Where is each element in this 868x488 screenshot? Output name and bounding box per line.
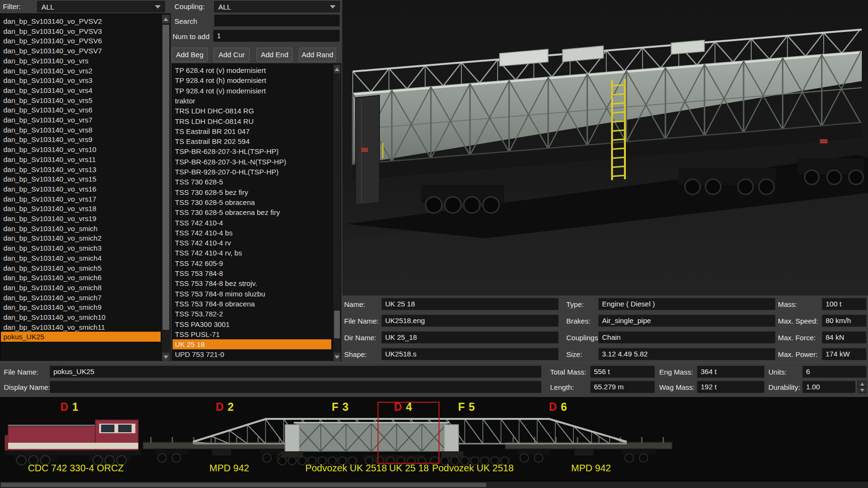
consist-list-item[interactable]: dan_bp_Sv103140_vo_vrs11 xyxy=(1,154,161,164)
unit-name[interactable]: UK 25 18 xyxy=(389,463,429,474)
3d-preview-viewport[interactable] xyxy=(342,0,868,295)
stock-list-item[interactable]: TS Eastrail BR 202 594 xyxy=(173,136,331,146)
unit-label[interactable]: F 3 xyxy=(332,401,349,414)
consist-list-item[interactable]: dan_bp_Sv103140_vo_vrs19 xyxy=(1,214,161,224)
consist-list-item[interactable]: dan_bp_Sv103140_vo_vrs18 xyxy=(1,203,161,214)
stock-list-item[interactable]: TSS 742 410-4 xyxy=(173,218,331,228)
property-field[interactable]: UK2518.s xyxy=(381,348,559,360)
scroll-down-icon[interactable] xyxy=(334,353,340,361)
stock-list-item[interactable]: TSS 753 784-8 obracena xyxy=(173,299,331,309)
consist-strip[interactable]: D 1CDC 742 330-4 ORCZD 2MPD 942F 3Podvoz… xyxy=(0,397,868,481)
consist-list-item[interactable]: dan_bp_Sv103140_vo_smich10 xyxy=(1,312,161,322)
eng-mass-field[interactable]: 364 t xyxy=(697,366,765,378)
consist-list-item[interactable]: dan_bp_Sv103140_vo_smich4 xyxy=(1,253,161,263)
unit-label[interactable]: D 1 xyxy=(61,401,79,414)
durability-spin-up-icon[interactable] xyxy=(858,381,867,387)
consist-list-item[interactable]: dan_bp_Sv103140_vo_vrs15 xyxy=(1,174,161,184)
consist-list-item[interactable]: dan_bp_Sv103140_vo_vrs16 xyxy=(1,184,161,194)
stock-list-scrollbar[interactable] xyxy=(333,64,341,361)
stock-list-item[interactable]: UK 25 18 xyxy=(173,339,331,349)
property-field[interactable]: UK2518.eng xyxy=(381,315,559,327)
total-mass-field[interactable]: 556 t xyxy=(590,366,655,378)
units-field[interactable]: 6 xyxy=(802,366,867,378)
add-rand-button[interactable]: Add Rand xyxy=(299,48,336,62)
stock-list-item[interactable]: UPD 753 721-0 xyxy=(173,349,331,359)
stock-list-item[interactable]: TSS 730 628-5 obracena bez firy xyxy=(173,207,331,217)
scroll-up-icon[interactable] xyxy=(334,65,340,73)
unit-label[interactable]: D 2 xyxy=(216,401,235,414)
consist-list-item[interactable]: pokus_UK25 xyxy=(1,332,161,342)
stock-list-item[interactable]: TP 628.4 rot (v) modernisiert xyxy=(173,65,331,75)
unit-name[interactable]: Podvozek UK 2518 xyxy=(305,463,387,474)
unit-label[interactable]: F 5 xyxy=(458,401,475,414)
property-field[interactable]: Air_single_pipe xyxy=(598,315,776,327)
filter-dropdown[interactable]: ALL xyxy=(37,1,165,12)
consist-list-item[interactable]: dan_bp_Sv103140_vo_vrs8 xyxy=(1,125,161,135)
consist-list-item[interactable]: dan_bp_Sv103140_vo_smich6 xyxy=(1,273,161,283)
consist-list-item[interactable]: dan_bp_Sv103140_vo_smich7 xyxy=(1,293,161,303)
consist-list-item[interactable]: dan_bp_Sv103140_vo_smich8 xyxy=(1,283,161,293)
scroll-up-icon[interactable] xyxy=(162,15,170,23)
property-field[interactable]: 174 kW xyxy=(822,348,867,360)
property-field[interactable]: UK 25 18 xyxy=(381,298,559,310)
coupling-dropdown[interactable]: ALL xyxy=(214,1,340,12)
wag-mass-field[interactable]: 192 t xyxy=(697,381,765,393)
consist-list-item[interactable]: dan_bp_Sv103140_vo_vrs4 xyxy=(1,85,161,95)
stock-list-item[interactable]: TSS PA300 3001 xyxy=(173,319,331,329)
consist-list-item[interactable]: dan_bp_Sv103140_vo_vrs17 xyxy=(1,194,161,204)
length-field[interactable]: 65.279 m xyxy=(590,381,655,393)
consist-scrollbar-handle[interactable] xyxy=(163,25,169,330)
stock-list-item[interactable]: TP 928.4 rot (v) modernisiert xyxy=(173,86,331,96)
unit-name[interactable]: MPD 942 xyxy=(571,463,611,474)
strip-scrollbar-handle[interactable] xyxy=(1,483,486,487)
stock-list-item[interactable]: TSP-BR-928-207-0-HL(TSP-HP) xyxy=(173,167,331,177)
consist-list-item[interactable]: dan_bp_Sv103140_vo_vrs13 xyxy=(1,164,161,174)
unit-name[interactable]: MPD 942 xyxy=(209,463,249,474)
consist-list-item[interactable]: dan_bp_Sv103140_vo_smich2 xyxy=(1,233,161,243)
scroll-down-icon[interactable] xyxy=(162,353,170,361)
property-field[interactable]: 80 km/h xyxy=(822,315,867,327)
stock-list-item[interactable]: TSP-BR-628-207-3-HL(TSP-HP) xyxy=(173,146,331,156)
consist-list-item[interactable]: dan_bp_Sv103140_vo_vrs9 xyxy=(1,134,161,144)
stock-list-item[interactable]: TP 928.4 rot (h) modernisiert xyxy=(173,75,331,85)
property-field[interactable]: 100 t xyxy=(822,298,867,310)
stock-scrollbar-handle[interactable] xyxy=(334,311,340,338)
stock-list-item[interactable]: TSS 753 784-8 mimo sluzbu xyxy=(173,289,331,299)
consist-list-item[interactable]: dan_bp_Sv103140_vo_smich9 xyxy=(1,302,161,312)
stock-list-item[interactable]: TSS PUSL-71 xyxy=(173,329,331,339)
stock-list-item[interactable]: TS Eastrail BR 201 047 xyxy=(173,126,331,136)
stock-list-item[interactable]: TSS 742 605-9 xyxy=(173,258,331,268)
add-end-button[interactable]: Add End xyxy=(256,48,293,62)
property-field[interactable]: UK 25_18 xyxy=(381,331,559,344)
consist-list-scrollbar[interactable] xyxy=(161,14,171,361)
consist-list-item[interactable]: dan_bp_Sv103140_vo_vrs10 xyxy=(1,144,161,154)
consist-list-item[interactable]: dan_bp_Sv103140_vo_smich5 xyxy=(1,263,161,273)
property-field[interactable]: Engine ( Diesel ) xyxy=(598,298,776,310)
stock-list-item[interactable]: TSS 753 784-8 bez strojv. xyxy=(173,278,331,288)
stock-list-item[interactable]: TRS LDH DHC-0814 RU xyxy=(173,116,331,126)
stock-list-item[interactable]: TRS LDH DHC-0814 RG xyxy=(173,106,331,116)
consist-list-item[interactable]: dan_bp_Sv103140_vo_smich11 xyxy=(1,322,161,332)
search-input[interactable] xyxy=(214,14,340,27)
consist-list-item[interactable]: dan_bp_Sv103140_vo_PVSV3 xyxy=(1,26,161,36)
stock-list-item[interactable]: TSS 730 628-5 xyxy=(173,177,331,187)
consist-list-item[interactable]: dan_bp_Sv103140_vo_vrs7 xyxy=(1,115,161,125)
property-field[interactable]: 84 kN xyxy=(822,331,867,344)
stock-list-item[interactable]: TSP-BR-628-207-3-HL-N(TSP-HP) xyxy=(173,157,331,167)
unit-label[interactable]: D 6 xyxy=(549,401,568,414)
stock-list-item[interactable]: TSS 730 628-5 bez firy xyxy=(173,187,331,197)
add-cur-button[interactable]: Add Cur xyxy=(214,48,250,62)
consist-list-item[interactable]: dan_bp_Sv103140_vo_vrs3 xyxy=(1,75,161,85)
consist-list-item[interactable]: dan_bp_Sv103140_vo_vrs xyxy=(1,56,161,66)
durability-spin-down-icon[interactable] xyxy=(858,387,867,393)
consist-list-item[interactable]: dan_bp_Sv103140_vo_smich xyxy=(1,224,161,234)
consist-list-item[interactable]: dan_bp_Sv103140_vo_PVSV6 xyxy=(1,36,161,46)
stock-list-item[interactable]: TSS 742 410-4 rv xyxy=(173,238,331,248)
consist-list-item[interactable]: dan_bp_Sv103140_vo_PVSV2 xyxy=(1,16,161,26)
consist-list-item[interactable]: dan_bp_Sv103140_vo_vrs5 xyxy=(1,95,161,105)
consist-list-item[interactable]: dan_bp_Sv103140_vo_vrs6 xyxy=(1,105,161,115)
add-beg-button[interactable]: Add Beg xyxy=(172,48,208,62)
unit-name[interactable]: CDC 742 330-4 ORCZ xyxy=(28,463,123,474)
stock-list-item[interactable]: traktor xyxy=(173,96,331,106)
durability-field[interactable]: 1.00 xyxy=(802,381,856,393)
